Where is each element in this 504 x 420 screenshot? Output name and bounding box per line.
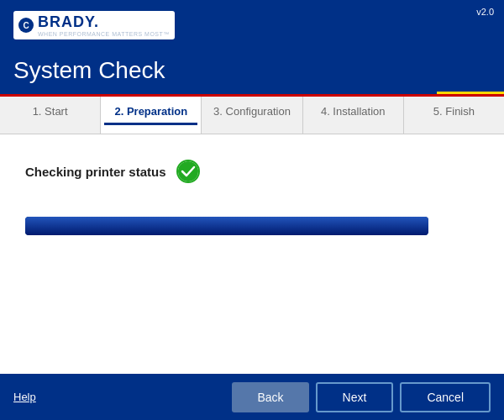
logo-area: C BRADY. WHEN PERFORMANCE MATTERS MOST™ — [13, 11, 183, 39]
step-preparation[interactable]: 2. Preparation — [101, 97, 202, 134]
logo-box: C BRADY. WHEN PERFORMANCE MATTERS MOST™ — [13, 11, 175, 39]
back-button[interactable]: Back — [232, 382, 308, 412]
logo-tagline: WHEN PERFORMANCE MATTERS MOST™ — [38, 31, 170, 37]
step-start[interactable]: 1. Start — [0, 97, 101, 134]
status-label: Checking printer status — [25, 165, 166, 179]
progress-bar-fill — [25, 217, 428, 235]
logo-text: BRADY. — [38, 13, 99, 30]
cancel-button[interactable]: Cancel — [400, 382, 491, 412]
footer-buttons: Back Next Cancel — [232, 382, 491, 412]
title-bar: System Check — [0, 50, 504, 97]
status-row: Checking printer status — [25, 160, 479, 183]
step-configuration[interactable]: 3. Configuration — [202, 97, 302, 134]
help-link[interactable]: Help — [13, 391, 232, 403]
step-finish[interactable]: 5. Finish — [404, 97, 504, 134]
content-area: Checking printer status — [0, 134, 504, 386]
step-installation[interactable]: 4. Installation — [303, 97, 404, 134]
logo-icon: C — [18, 18, 34, 33]
progress-bar-container — [25, 217, 428, 235]
footer: Help Back Next Cancel — [0, 374, 504, 420]
steps-nav: 1. Start 2. Preparation 3. Configuration… — [0, 97, 504, 134]
page-title: System Check — [13, 57, 491, 84]
header: C BRADY. WHEN PERFORMANCE MATTERS MOST™ … — [0, 0, 504, 50]
next-button[interactable]: Next — [316, 382, 394, 412]
check-icon — [176, 160, 200, 183]
version-label: v2.0 — [476, 7, 494, 17]
svg-point-1 — [178, 161, 198, 181]
